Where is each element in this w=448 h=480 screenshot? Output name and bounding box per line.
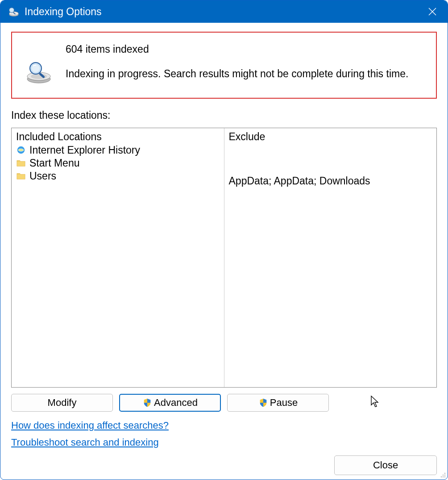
footer-row: Close — [11, 455, 437, 475]
included-header: Included Locations — [16, 131, 220, 143]
location-name: Internet Explorer History — [29, 144, 140, 156]
shield-icon — [258, 398, 268, 408]
close-icon[interactable] — [422, 1, 443, 22]
section-label: Index these locations: — [11, 109, 437, 121]
svg-point-19 — [443, 476, 444, 478]
locations-list[interactable]: Included Locations Internet Explorer His… — [11, 128, 437, 388]
titlebar: Indexing Options — [0, 0, 448, 23]
svg-point-16 — [443, 475, 444, 476]
list-item[interactable]: Internet Explorer History — [16, 144, 220, 157]
help-links: How does indexing affect searches? Troub… — [11, 420, 437, 454]
folder-icon — [16, 158, 27, 169]
modify-button[interactable]: Modify — [11, 394, 113, 412]
troubleshoot-link[interactable]: Troubleshoot search and indexing — [11, 437, 159, 448]
items-indexed-count: 604 items indexed — [66, 43, 427, 55]
included-column: Included Locations Internet Explorer His… — [12, 128, 224, 387]
indexing-icon — [8, 5, 20, 18]
svg-point-17 — [444, 475, 446, 476]
folder-icon — [16, 171, 27, 182]
pause-button[interactable]: Pause — [227, 394, 329, 412]
advanced-label: Advanced — [154, 397, 198, 409]
close-button[interactable]: Close — [334, 455, 437, 475]
drive-search-icon — [25, 58, 52, 85]
exclude-header: Exclude — [229, 131, 432, 143]
pause-label: Pause — [270, 397, 298, 409]
location-name: Start Menu — [29, 157, 80, 169]
location-name: Users — [29, 170, 56, 182]
exclude-column: Exclude AppData; AppData; Downloads — [224, 128, 437, 387]
status-text: 604 items indexed Indexing in progress. … — [66, 41, 427, 80]
advanced-button[interactable]: Advanced — [119, 394, 221, 412]
resize-grip-icon[interactable] — [439, 471, 447, 479]
cursor-icon — [370, 395, 381, 410]
list-item[interactable]: Users — [16, 170, 220, 183]
indexing-options-window: Indexing Options 604 — [0, 0, 448, 480]
button-row: Modify Advanced — [11, 394, 437, 412]
window-title: Indexing Options — [25, 6, 422, 18]
svg-point-3 — [10, 8, 13, 12]
svg-point-20 — [444, 476, 446, 478]
ie-icon — [16, 145, 27, 156]
svg-point-15 — [444, 473, 446, 474]
status-panel: 604 items indexed Indexing in progress. … — [11, 32, 437, 99]
content-area: 604 items indexed Indexing in progress. … — [0, 23, 448, 480]
svg-point-18 — [441, 476, 442, 478]
shield-icon — [142, 398, 152, 408]
list-item[interactable]: Start Menu — [16, 157, 220, 170]
how-indexing-link[interactable]: How does indexing affect searches? — [11, 420, 169, 431]
indexing-progress-message: Indexing in progress. Search results mig… — [66, 68, 427, 80]
exclude-value: AppData; AppData; Downloads — [229, 175, 432, 187]
